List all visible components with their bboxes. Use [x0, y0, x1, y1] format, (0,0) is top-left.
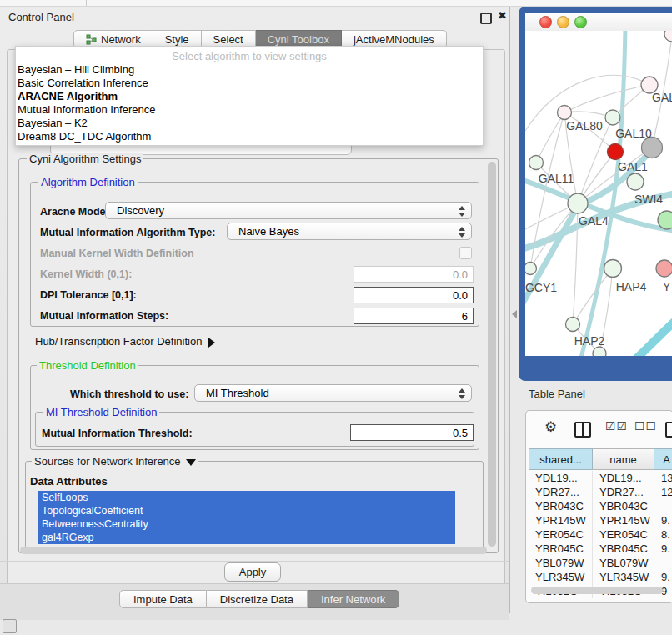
network-edge[interactable] [564, 85, 649, 112]
cell [654, 499, 672, 513]
close-traffic-light-icon[interactable] [539, 16, 552, 28]
cyni-algorithm-settings-title: Cyni Algorithm Settings [27, 152, 143, 165]
combo-spinner-icon [459, 227, 465, 238]
table-row[interactable]: YBL079W YBL079W [529, 556, 672, 570]
table-row[interactable]: YER054C YER054C 8. [529, 528, 672, 542]
minimize-traffic-light-icon[interactable] [557, 16, 569, 28]
algorithm-option[interactable]: Bayesian – K2 [18, 117, 468, 130]
which-threshold-combo[interactable]: MI Threshold [194, 384, 472, 402]
gear-icon[interactable]: ⚙ [544, 418, 557, 436]
network-node[interactable] [656, 260, 672, 277]
cell: 13 [654, 471, 672, 485]
network-node[interactable] [525, 262, 537, 275]
tab-jactivemnodules-label: jActiveMNodules [354, 33, 434, 46]
network-node[interactable] [664, 31, 672, 42]
table-row[interactable]: YBR043C YBR043C [529, 499, 672, 513]
mi-threshold-field[interactable]: 0.5 [350, 424, 474, 441]
table-row[interactable]: YBR045C YBR045C 9. [529, 542, 672, 556]
manual-kernel-width-checkbox[interactable] [459, 247, 472, 259]
aracne-mode-combo[interactable]: Discovery [105, 202, 472, 219]
table-row[interactable]: YDL19... YDL19... 13 [529, 471, 672, 485]
settings-horizontal-scrollbar[interactable] [20, 547, 487, 554]
table-row[interactable]: YLR345W YLR345W 9. [529, 570, 672, 584]
collapsed-panel-icon[interactable] [3, 619, 17, 633]
data-attributes-label: Data Attributes [30, 475, 108, 488]
settings-vertical-scrollbar[interactable] [488, 162, 496, 547]
node-label: GAL [652, 91, 672, 104]
network-node[interactable] [566, 318, 580, 332]
column-header-name[interactable]: name [593, 448, 654, 470]
zoom-traffic-light-icon[interactable] [574, 16, 587, 28]
apply-button[interactable]: Apply [224, 562, 281, 582]
tab-infer-network-label: Infer Network [321, 593, 385, 606]
network-edge[interactable] [632, 319, 672, 356]
network-node[interactable] [627, 173, 644, 190]
cell: YER054C [593, 528, 654, 542]
attribute-item[interactable]: SelfLoops [38, 491, 455, 504]
network-node[interactable] [605, 110, 620, 125]
table-horizontal-scrollbar[interactable] [531, 587, 663, 594]
tab-cyni-toolbox-label: Cyni Toolbox [268, 33, 329, 46]
split-columns-icon[interactable] [574, 422, 591, 438]
attribute-item[interactable]: gal4RGexp [38, 531, 455, 544]
dpi-tolerance-label: DPI Tolerance [0,1]: [40, 289, 137, 301]
tab-impute-data[interactable]: Impute Data [119, 590, 207, 608]
attribute-item[interactable]: BetweennessCentrality [38, 518, 455, 531]
network-edge[interactable] [536, 112, 564, 162]
algorithm-popup-hint: Select algorithm to view settings [16, 50, 483, 62]
network-node[interactable] [604, 260, 622, 278]
network-node[interactable] [642, 138, 663, 158]
node-label: GAL4 [579, 214, 609, 228]
algorithm-option[interactable]: Basic Correlation Inference [18, 77, 468, 90]
network-node[interactable] [558, 106, 572, 120]
mi-algorithm-type-combo[interactable]: Naive Bayes [227, 222, 472, 240]
kernel-width-field[interactable]: 0.0 [354, 266, 474, 282]
cell: YDL19... [593, 471, 654, 485]
dpi-tolerance-field[interactable]: 0.0 [354, 287, 474, 303]
network-node[interactable] [658, 211, 672, 229]
tab-infer-network[interactable]: Infer Network [308, 590, 399, 608]
threshold-definition-title: Threshold Definition [37, 359, 138, 372]
data-attributes-list: SelfLoops TopologicalCoefficient Between… [38, 491, 455, 544]
partial-toolbar-icon[interactable] [665, 422, 672, 438]
algorithm-definition-title: Algorithm Definition [38, 176, 138, 188]
network-edge[interactable] [573, 203, 578, 324]
algorithm-option[interactable]: Dream8 DC_TDC Algorithm [18, 130, 468, 143]
sources-group-title[interactable]: Sources for Network Inference [32, 455, 198, 468]
table-row[interactable]: YDR27... YDR27... 12 [529, 485, 672, 499]
deselect-all-checkboxes-icon[interactable]: ☐☐ [634, 419, 657, 432]
tab-discretize-data-label: Discretize Data [220, 593, 293, 606]
network-canvas[interactable]: GAL GAL80 GAL10 GAL1 GAL11 SWI4 GAL4 GCY… [525, 31, 672, 356]
mi-steps-label: Mutual Information Steps: [40, 310, 168, 322]
splitter-collapse-icon[interactable] [512, 310, 517, 318]
network-node-selected[interactable] [608, 144, 624, 160]
network-window-titlebar[interactable] [525, 12, 672, 32]
network-node[interactable] [529, 156, 544, 170]
node-label: GAL1 [618, 160, 648, 173]
column-header-shared-name[interactable]: shared... [529, 448, 593, 470]
network-node[interactable] [593, 347, 606, 356]
attribute-item[interactable]: TopologicalCoefficient [38, 504, 455, 518]
table-panel-window: ⚙ ☑☑ ☐☐ shared... name A YDL19... YDL19.… [525, 410, 672, 603]
tab-style-label: Style [165, 33, 189, 46]
float-window-icon[interactable] [480, 12, 492, 24]
node-label: GAL80 [566, 119, 603, 132]
select-all-checkboxes-icon[interactable]: ☑☑ [605, 419, 628, 432]
close-icon[interactable]: ✖ [498, 9, 507, 22]
hub-definition-toggle[interactable]: Hub/Transcription Factor Definition [35, 335, 215, 348]
cell [654, 556, 672, 570]
network-node[interactable] [568, 193, 588, 213]
cell: YLR345W [529, 570, 593, 584]
algorithm-option-highlighted[interactable]: ARACNE Algorithm [18, 90, 468, 103]
algorithm-option[interactable]: Bayesian – Hill Climbing [18, 63, 468, 77]
mi-steps-field[interactable]: 6 [354, 308, 474, 324]
cell: YDR27... [529, 485, 593, 499]
combo-spinner-icon [459, 206, 465, 217]
algorithm-option[interactable]: Mutual Information Inference [18, 103, 468, 117]
apply-button-label: Apply [239, 566, 267, 578]
tab-discretize-data[interactable]: Discretize Data [207, 590, 308, 608]
column-header-partial[interactable]: A [654, 448, 672, 470]
mi-threshold-label: Mutual Information Threshold: [42, 428, 193, 439]
mi-threshold-group-title: MI Threshold Definition [43, 406, 159, 418]
table-row[interactable]: YPR145W YPR145W 9. [529, 513, 672, 528]
